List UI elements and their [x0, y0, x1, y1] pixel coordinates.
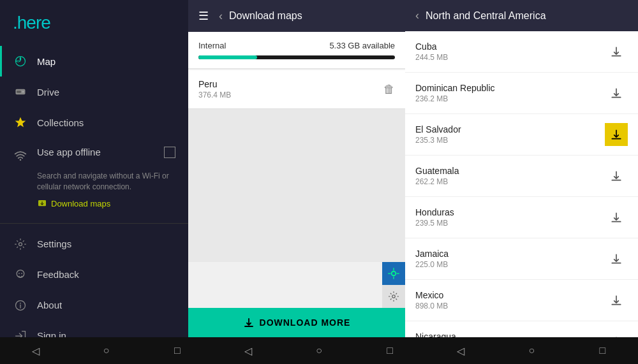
signin-icon: [13, 328, 28, 337]
logo-text: .here: [13, 13, 50, 33]
sidebar-logo: .here: [0, 6, 188, 46]
svg-point-7: [19, 242, 22, 245]
settings-bottom-icon: [388, 291, 399, 302]
delete-peru-button[interactable]: 🗑: [383, 83, 395, 96]
bottom-home-left[interactable]: ○: [97, 341, 116, 360]
ni-name: Nicaragua: [415, 331, 456, 337]
bottom-nav: ◁ ○ □ ◁ ○ □ ◁ ○ □: [0, 337, 638, 364]
country-item-dominican-republic: Dominican Republic 236.2 MB: [405, 73, 638, 114]
es-name: El Salvador: [415, 124, 461, 135]
bottom-nav-right: ◁ ○ □: [426, 341, 638, 360]
country-item-cuba: Cuba 244.5 MB: [405, 31, 638, 73]
storage-label: Internal: [198, 41, 226, 50]
gt-name: Guatemala: [415, 166, 459, 176]
gps-button[interactable]: [382, 262, 405, 285]
map-icon: [13, 54, 28, 69]
bottom-recents-right[interactable]: □: [593, 341, 612, 360]
svg-point-3: [22, 91, 24, 93]
download-es-icon: [610, 128, 623, 141]
download-cuba-icon: [610, 45, 623, 58]
offline-checkbox[interactable]: [164, 147, 175, 160]
middle-bottom: DOWNLOAD MORE: [188, 262, 405, 337]
download-gt-icon: [610, 170, 623, 182]
svg-rect-2: [17, 91, 21, 92]
svg-point-12: [20, 302, 21, 303]
country-item-nicaragua: Nicaragua 243.2 MB: [405, 321, 638, 337]
bottom-home-right[interactable]: ○: [522, 341, 541, 360]
download-more-button[interactable]: DOWNLOAD MORE: [188, 308, 405, 337]
right-back-arrow[interactable]: ‹: [415, 9, 419, 22]
download-hn-icon: [610, 211, 623, 224]
svg-point-9: [19, 273, 20, 274]
bottom-nav-left: ◁ ○ □: [0, 341, 212, 360]
download-maps-link[interactable]: Download maps: [0, 199, 188, 218]
app-body: .here Map: [0, 0, 638, 337]
right-panel-title: North and Central America: [426, 10, 546, 22]
sidebar-item-settings-label: Settings: [37, 238, 71, 249]
storage-bar-fill: [198, 55, 257, 59]
sidebar-item-offline[interactable]: Use app offline: [0, 138, 188, 171]
download-more-icon: [243, 317, 255, 328]
sidebar-item-collections[interactable]: Collections: [0, 107, 188, 138]
download-jm-icon: [610, 252, 623, 265]
collections-icon: [13, 115, 28, 130]
sidebar-item-map[interactable]: Map: [0, 46, 188, 76]
dr-size: 236.2 MB: [415, 94, 495, 103]
download-maps-label: Download maps: [51, 199, 110, 208]
settings-icon: [13, 237, 28, 252]
download-cuba-button[interactable]: [605, 40, 628, 63]
bottom-recents-middle[interactable]: □: [380, 341, 399, 360]
bottom-back-right[interactable]: ◁: [451, 341, 470, 360]
hamburger-icon[interactable]: ☰: [198, 9, 209, 23]
download-ni-button[interactable]: [605, 330, 628, 337]
bottom-back-left[interactable]: ◁: [26, 341, 45, 360]
dr-name: Dominican Republic: [415, 83, 495, 93]
peru-size: 376.4 MB: [198, 91, 231, 99]
downloaded-item-peru: Peru 376.4 MB 🗑: [188, 70, 405, 109]
middle-back-arrow[interactable]: ‹: [219, 10, 223, 23]
download-hn-button[interactable]: [605, 206, 628, 229]
middle-panel: ☰ ‹ Download maps Internal 5.33 GB avail…: [188, 0, 405, 337]
sidebar-nav: Map Drive: [0, 46, 188, 337]
gt-size: 262.2 MB: [415, 177, 459, 186]
download-mx-button[interactable]: [605, 289, 628, 312]
bottom-recents-left[interactable]: □: [168, 341, 187, 360]
storage-section: Internal 5.33 GB available: [188, 32, 405, 69]
sidebar-item-settings[interactable]: Settings: [0, 229, 188, 259]
right-header: ‹ North and Central America: [405, 0, 638, 31]
bottom-home-middle[interactable]: ○: [309, 341, 329, 360]
bottom-back-middle[interactable]: ◁: [239, 341, 258, 360]
middle-panel-title: Download maps: [229, 10, 302, 22]
download-jm-button[interactable]: [605, 247, 628, 270]
cuba-size: 244.5 MB: [415, 53, 448, 62]
sidebar-item-drive[interactable]: Drive: [0, 76, 188, 107]
download-es-button[interactable]: [605, 123, 628, 146]
download-more-label: DOWNLOAD MORE: [260, 317, 351, 328]
settings-bottom-button[interactable]: [382, 285, 405, 308]
cuba-name: Cuba: [415, 41, 448, 52]
svg-point-10: [21, 273, 22, 274]
sidebar-item-map-label: Map: [37, 56, 56, 67]
bottom-nav-middle: ◁ ○ □: [212, 341, 425, 360]
feedback-icon: [13, 267, 28, 282]
right-panel: ‹ North and Central America Cuba 244.5 M…: [405, 0, 638, 337]
middle-header: ☰ ‹ Download maps: [188, 0, 405, 32]
sidebar-item-feedback[interactable]: Feedback: [0, 259, 188, 290]
storage-bar: [198, 55, 395, 59]
mx-name: Mexico: [415, 290, 448, 300]
download-gt-button[interactable]: [605, 164, 628, 187]
sidebar-item-signin[interactable]: Sign in: [0, 321, 188, 337]
drive-icon: [13, 84, 28, 99]
sidebar-item-about[interactable]: About: [0, 290, 188, 321]
download-dr-icon: [610, 87, 623, 99]
svg-point-5: [20, 159, 22, 161]
middle-spacer: [188, 109, 405, 262]
country-list: Cuba 244.5 MB Dominican Republic 236.2 M…: [405, 31, 638, 337]
offline-title: Use app offline: [37, 147, 164, 157]
country-item-jamaica: Jamaica 225.0 MB: [405, 238, 638, 280]
sidebar: .here Map: [0, 0, 188, 337]
sidebar-item-signin-label: Sign in: [37, 330, 66, 337]
download-dr-button[interactable]: [605, 82, 628, 105]
wifi-icon: [13, 148, 28, 163]
jm-name: Jamaica: [415, 249, 449, 259]
